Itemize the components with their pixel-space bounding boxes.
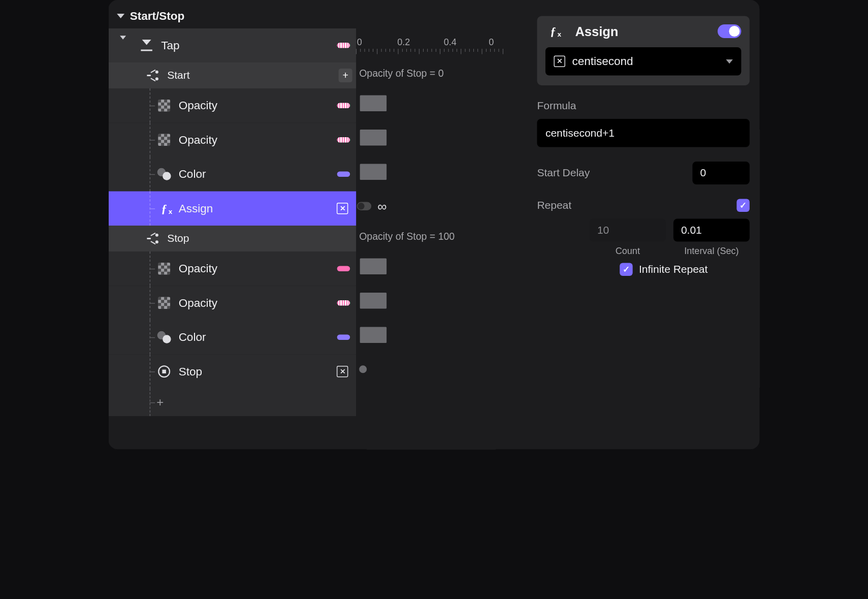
timeline-block[interactable] [360,327,387,343]
tick-label: 0.4 [444,37,457,47]
action-label: Opacity [179,297,337,310]
color-row[interactable]: Color [109,320,357,355]
assign-row[interactable]: ƒx Assign [109,192,357,226]
add-button[interactable]: + [339,69,352,82]
section-title: Start/Stop [130,10,185,23]
variable-icon[interactable] [335,364,350,379]
action-label: Opacity [179,99,337,112]
variable-name: centisecond [572,55,633,68]
repeat-label: Repeat [537,199,571,211]
interval-sublabel: Interval (Sec) [684,245,738,256]
action-label: Assign [179,202,335,215]
properties-panel: ƒx Assign centisecond Formula centisecon… [527,0,760,449]
color-icon [156,330,172,345]
branch-icon [145,68,160,83]
action-label: Color [179,168,337,181]
repeat-interval-value: 0.01 [681,224,702,236]
repeat-count-input[interactable]: 10 [590,219,666,242]
tick-label: 0 [357,37,362,47]
tick-label: 0 [489,37,494,47]
color-swatch[interactable] [337,172,350,177]
tap-row[interactable]: Tap [109,28,357,63]
timeline-block[interactable] [360,130,387,146]
enabled-toggle[interactable] [718,24,742,38]
add-action-row[interactable]: + [109,389,357,416]
start-delay-label: Start Delay [537,167,590,179]
opacity-row[interactable]: Opacity [109,88,357,123]
color-swatch[interactable] [337,335,350,340]
tap-icon [139,38,154,53]
stop-label: Stop [167,233,350,245]
start-group[interactable]: Start + [109,62,357,88]
stop-group[interactable]: Stop [109,226,357,251]
timeline-text: Opacity of Stop = 0 [359,67,443,79]
color-icon [156,167,172,182]
disclosure-icon[interactable] [120,40,126,51]
formula-label: Formula [537,100,750,112]
formula-input[interactable]: centisecond+1 [537,119,750,147]
color-swatch[interactable] [337,137,350,143]
opacity-row[interactable]: Opacity [109,123,357,157]
repeat-checkbox[interactable]: ✓ [736,199,750,212]
start-delay-value: 0 [700,167,706,179]
function-icon: ƒx [156,201,172,216]
color-row[interactable]: Color [109,157,357,192]
color-swatch[interactable] [337,266,350,272]
function-icon: ƒx [545,24,561,39]
branch-icon [145,231,160,246]
opacity-row[interactable]: Opacity [109,286,357,321]
stop-icon [156,364,172,379]
start-delay-input[interactable]: 0 [692,162,750,184]
timeline-block[interactable] [360,293,387,309]
variable-icon [554,56,565,68]
color-swatch[interactable] [337,300,350,306]
tick-label: 0.2 [397,37,410,47]
chevron-down-icon [726,59,733,64]
plus-icon: + [156,396,164,408]
stop-action-row[interactable]: Stop [109,355,357,389]
time-ruler[interactable]: 0 0.2 0.4 0 [356,34,527,60]
color-swatch[interactable] [337,103,350,109]
infinity-icon: ∞ [377,199,387,213]
formula-value: centisecond+1 [545,127,615,139]
action-label: Stop [179,365,335,379]
opacity-icon [156,261,172,276]
section-header[interactable]: Start/Stop [109,4,357,28]
opacity-icon [156,98,172,113]
infinite-checkbox[interactable]: ✓ [620,263,633,276]
opacity-row[interactable]: Opacity [109,251,357,286]
timeline-text: Opacity of Stop = 100 [359,230,455,242]
repeat-interval-input[interactable]: 0.01 [673,219,750,242]
assign-panel: ƒx Assign centisecond [537,16,750,86]
start-label: Start [167,70,350,82]
ruler-ticks [356,49,527,54]
timeline-dot[interactable] [359,365,367,373]
loop-toggle[interactable] [357,202,372,211]
timeline-block[interactable] [360,96,387,112]
action-tree: Start/Stop Tap Start + Opacity Opacity [109,0,357,449]
timeline-block[interactable] [360,259,387,275]
count-sublabel: Count [616,245,640,256]
action-label: Color [179,331,337,344]
disclosure-icon [117,14,124,18]
action-label: Opacity [179,262,337,275]
variable-icon[interactable] [335,201,350,216]
panel-title: Assign [575,24,710,39]
repeat-count-value: 10 [597,224,609,236]
opacity-icon [156,295,172,310]
timeline: 0 0.2 0.4 0 Opacity of Stop = 0 ∞ Opacit… [356,0,527,449]
tap-label: Tap [161,39,337,52]
infinite-label: Infinite Repeat [639,263,708,275]
timeline-block[interactable] [360,164,387,180]
opacity-icon [156,132,172,147]
action-label: Opacity [179,134,337,147]
variable-select[interactable]: centisecond [545,47,742,76]
color-swatch[interactable] [337,43,350,48]
